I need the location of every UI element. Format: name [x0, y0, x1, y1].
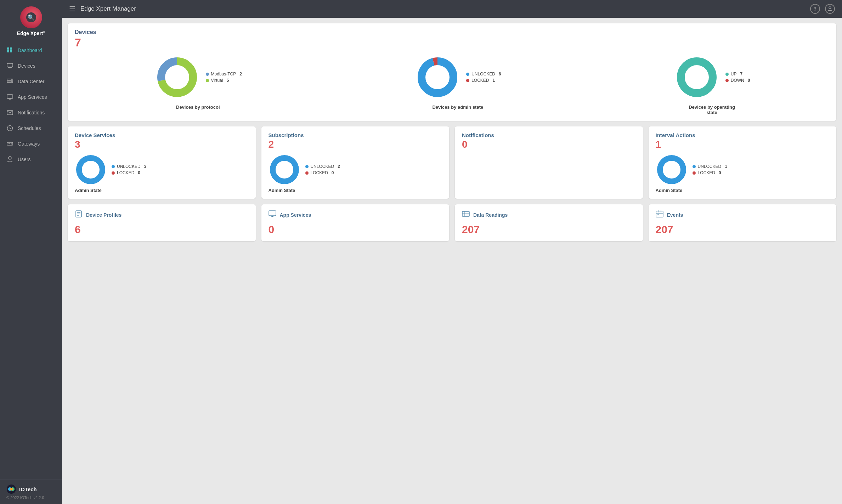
calendar-icon	[656, 210, 663, 220]
sidebar-item-notifications[interactable]: Notifications	[0, 105, 62, 120]
svg-point-39	[664, 162, 679, 177]
iotech-brand: IOTech	[19, 486, 37, 492]
protocol-donut	[154, 54, 200, 100]
list-icon	[75, 210, 83, 220]
devices-title: Devices	[75, 29, 829, 35]
dashboard-content: Devices 7	[62, 18, 842, 504]
data-readings-title: Data Readings	[473, 212, 508, 218]
sidebar-item-label: App Services	[18, 94, 47, 100]
svg-point-10	[11, 81, 12, 82]
help-icon[interactable]: ?	[810, 4, 820, 14]
svg-point-28	[166, 67, 188, 88]
events-header: Events	[656, 210, 830, 220]
data-readings-header: Data Readings	[462, 210, 636, 220]
svg-rect-11	[7, 95, 13, 98]
logo-text: Edge Xpert®	[17, 30, 45, 36]
iotech-logo-icon	[6, 484, 16, 494]
subscriptions-count: 2	[269, 139, 442, 150]
mail-icon	[6, 109, 13, 116]
device-services-legend: UNLOCKED 3 LOCKED 0	[112, 164, 146, 175]
sidebar-item-data-center[interactable]: Data Center	[0, 74, 62, 89]
sidebar-item-label: Dashboard	[18, 47, 42, 53]
svg-rect-6	[8, 67, 12, 68]
legend-unlocked: UNLOCKED 6	[466, 72, 501, 77]
sidebar-item-app-services[interactable]: App Services	[0, 89, 62, 105]
gateway-icon	[6, 140, 13, 147]
operating-donut	[674, 54, 720, 100]
notifications-title: Notifications	[462, 132, 636, 138]
sidebar-item-label: Data Center	[18, 79, 44, 84]
operating-chart-with-legend: UP 7 DOWN 0	[674, 54, 750, 100]
svg-rect-44	[269, 211, 276, 216]
ia-unlocked: UNLOCKED 1	[693, 164, 727, 169]
sidebar-item-gateways[interactable]: Gateways	[0, 136, 62, 152]
device-services-title: Device Services	[75, 132, 249, 138]
svg-point-17	[8, 143, 9, 144]
protocol-chart-container: Modbus-TCP 2 Virtual 5 Devices by protoc…	[154, 54, 242, 110]
svg-rect-46	[271, 216, 274, 216]
legend-down: DOWN 0	[725, 78, 750, 83]
modbus-dot	[206, 73, 209, 76]
protocol-chart-with-legend: Modbus-TCP 2 Virtual 5	[154, 54, 242, 100]
subscriptions-title: Subscriptions	[269, 132, 442, 138]
ds-unlocked: UNLOCKED 3	[112, 164, 146, 169]
device-services-chart-row: UNLOCKED 3 LOCKED 0	[75, 154, 249, 186]
locked-dot	[466, 79, 469, 82]
device-profiles-card: Device Profiles 6	[68, 204, 256, 241]
data-readings-card: Data Readings 207	[455, 204, 643, 241]
interval-donut	[656, 154, 688, 186]
subscriptions-card: Subscriptions 2 UNLOCKED 2	[261, 126, 450, 199]
protocol-chart-label: Devices by protocol	[176, 104, 220, 110]
operating-chart-label: Devices by operatingstate	[689, 104, 735, 115]
svg-rect-3	[10, 50, 12, 52]
legend-modbus: Modbus-TCP 2	[206, 72, 242, 77]
sidebar-item-label: Users	[18, 157, 31, 162]
main-area: ☰ Edge Xpert Manager ? Devices 7	[62, 0, 842, 504]
device-services-chart-label: Admin State	[75, 188, 249, 193]
operating-legend: UP 7 DOWN 0	[725, 72, 750, 83]
subscriptions-chart-label: Admin State	[269, 188, 442, 193]
svg-rect-0	[7, 47, 9, 50]
admin-state-chart-container: UNLOCKED 6 LOCKED 1 Devices by admin sta…	[414, 54, 501, 110]
device-services-count: 3	[75, 139, 249, 150]
subscriptions-chart-row: UNLOCKED 2 LOCKED 0	[269, 154, 442, 186]
svg-point-24	[10, 488, 13, 491]
admin-chart-label: Devices by admin state	[432, 104, 483, 110]
interval-actions-chart-row: UNLOCKED 1 LOCKED 0	[656, 154, 830, 186]
interval-actions-chart-label: Admin State	[656, 188, 830, 193]
device-profiles-value: 6	[75, 223, 249, 236]
events-value: 207	[656, 223, 830, 236]
legend-up: UP 7	[725, 72, 750, 77]
sidebar-item-schedules[interactable]: Schedules	[0, 120, 62, 136]
logo-icon	[20, 6, 42, 28]
sub-unlocked: UNLOCKED 2	[305, 164, 340, 169]
menu-icon[interactable]: ☰	[69, 5, 75, 13]
user-account-icon[interactable]	[825, 4, 835, 14]
svg-rect-2	[7, 50, 9, 52]
sidebar-item-users[interactable]: Users	[0, 152, 62, 167]
app-services-value: 0	[269, 223, 442, 236]
app-title: Edge Xpert Manager	[80, 5, 805, 12]
svg-point-33	[686, 67, 707, 88]
notifications-card: Notifications 0	[455, 126, 643, 199]
sidebar-item-devices[interactable]: Devices	[0, 58, 62, 74]
devices-card: Devices 7	[68, 23, 836, 121]
svg-rect-47	[462, 211, 469, 216]
sidebar-footer: IOTech © 2022 IOTech v2.2.0	[0, 480, 62, 504]
protocol-legend: Modbus-TCP 2 Virtual 5	[206, 72, 242, 83]
legend-virtual: Virtual 5	[206, 78, 242, 83]
devices-icon	[6, 62, 13, 69]
notifications-count: 0	[462, 139, 636, 150]
svg-rect-19	[11, 143, 12, 145]
topbar-actions: ?	[810, 4, 835, 14]
device-profiles-title: Device Profiles	[86, 212, 122, 218]
ds-locked: LOCKED 0	[112, 170, 146, 175]
svg-rect-51	[656, 211, 663, 217]
svg-rect-45	[271, 216, 273, 217]
svg-rect-1	[10, 47, 12, 50]
clock-icon	[6, 125, 13, 132]
subscriptions-donut	[269, 154, 300, 186]
monitor-icon	[6, 94, 13, 101]
down-dot	[725, 79, 729, 82]
sidebar-item-dashboard[interactable]: Dashboard	[0, 43, 62, 58]
